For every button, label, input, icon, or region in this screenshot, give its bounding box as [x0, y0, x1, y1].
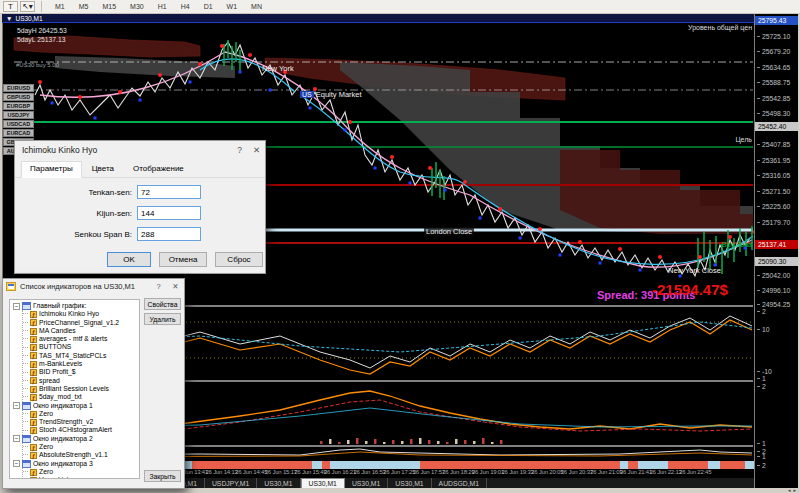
ichimoku-dialog-titlebar[interactable]: Ichimoku Kinko Hyo ? ✕: [15, 141, 265, 159]
field-input[interactable]: [137, 185, 201, 199]
dialog-tab-active[interactable]: Параметры: [21, 161, 82, 178]
tree-item[interactable]: ƒStoch 4CHistogramAlert: [23, 426, 139, 434]
dialog-tab-inactive[interactable]: Цвета: [83, 161, 123, 177]
tree-group[interactable]: −Главный график:: [13, 302, 139, 310]
dialog-tab-inactive[interactable]: Отображение: [124, 161, 193, 177]
osc2-histogram: [320, 438, 503, 444]
сброс-button[interactable]: Сброс: [215, 252, 263, 267]
properties-button[interactable]: Свойства: [144, 298, 181, 310]
tree-item-label: BID Profit_$: [39, 368, 76, 376]
symbol-button-gbpusd[interactable]: GBPUSD: [3, 93, 34, 101]
price-scale[interactable]: 25795.4325725.1025679.2025634.6525588.75…: [754, 14, 798, 488]
close-button[interactable]: Закрыть: [144, 470, 181, 482]
field-input[interactable]: [137, 206, 201, 220]
ichimoku-fields: Tenkan-sen:Kijun-sen:Senkou Span B:: [15, 185, 265, 241]
timeframe-m15[interactable]: M15: [95, 1, 123, 12]
expander-icon[interactable]: −: [13, 303, 20, 310]
indicator-icon: ƒ: [30, 361, 37, 368]
timeframe-m30[interactable]: M30: [123, 1, 151, 12]
price-tick: 25679.20: [757, 48, 790, 55]
indicator-icon: ƒ: [30, 469, 37, 476]
timeframe-h4[interactable]: H4: [174, 1, 197, 12]
field-input[interactable]: [137, 227, 201, 241]
close-icon[interactable]: ✕: [167, 282, 184, 291]
current-price-box: 25795.43: [755, 16, 798, 25]
help-icon[interactable]: ?: [231, 145, 248, 155]
expander-icon[interactable]: −: [13, 460, 20, 467]
tree-item[interactable]: ƒspread: [23, 377, 139, 385]
tree-item-label: MA Candles: [39, 327, 76, 335]
tree-item[interactable]: ƒ5day_mod_txt: [23, 393, 139, 401]
london-close-label: London Close: [424, 227, 474, 236]
chart-tab-us30-m1[interactable]: US30,M1: [345, 478, 388, 488]
timeframe-h1[interactable]: H1: [151, 1, 174, 12]
tree-item[interactable]: ƒAbsoluteStrength_v1.1: [23, 451, 139, 459]
symbol-button-usdjpy[interactable]: USDJPY: [3, 111, 34, 119]
chart-tab-us30-m1[interactable]: US30,M1: [301, 478, 345, 488]
chart-window-caption[interactable]: ▼ US30,M1: [2, 14, 754, 23]
tree-item[interactable]: ƒZero: [23, 443, 139, 451]
us-equity-session-label: US Equity Market: [300, 90, 362, 99]
symbol-button-eurusd[interactable]: EURUSD: [3, 84, 34, 92]
price-tick: 25542.85: [757, 95, 790, 102]
tree-item[interactable]: ƒBUTTONS: [23, 343, 139, 351]
timeframe-m5[interactable]: M5: [72, 1, 96, 12]
chart-symbol-title: US30,M1: [15, 15, 42, 22]
field-label: Kijun-sen:: [96, 209, 132, 218]
tree-item[interactable]: ƒm-BankLevels: [23, 360, 139, 368]
chart-tab-us30-m1[interactable]: US30,M1: [388, 478, 431, 488]
tree-item-label: TAS_MT4_StaticPCLs: [39, 352, 107, 360]
strip-segment-blue: [638, 461, 668, 469]
chart-tab-us30-m1[interactable]: US30,M1: [257, 478, 300, 488]
timeframe-m1[interactable]: M1: [48, 1, 72, 12]
expander-icon[interactable]: −: [13, 435, 20, 442]
indicators-dialog: Список индикаторов на US30,M1 ? ✕ −Главн…: [2, 278, 185, 489]
tree-item[interactable]: ƒVwap histo: [23, 476, 139, 479]
delete-button[interactable]: Удалить: [144, 313, 181, 325]
strip-segment-red: [720, 461, 745, 469]
price-tick: 25316.05: [757, 172, 790, 179]
timeframe-w1[interactable]: W1: [220, 1, 245, 12]
cursor-tool-icon[interactable]: ↖▾: [20, 1, 35, 12]
us-equity-text: Equity Market: [316, 90, 362, 99]
strip-segment-blue: [708, 461, 720, 469]
timeframe-d1[interactable]: D1: [197, 1, 220, 12]
tree-item[interactable]: ƒaverages - mtf & alerts: [23, 335, 139, 343]
tree-item[interactable]: ƒBrilliant Session Levels: [23, 385, 139, 393]
tab-scroll-right-icon[interactable]: ▸: [793, 488, 796, 493]
symbol-button-eurgbp[interactable]: EURGBP: [3, 102, 34, 110]
tree-item[interactable]: ƒZero: [23, 410, 139, 418]
indicator-icon: ƒ: [30, 344, 37, 351]
cloud-maroon-right: [560, 150, 753, 234]
field-label: Tenkan-sen:: [88, 188, 132, 197]
timeframe-mn[interactable]: MN: [244, 1, 269, 12]
chart-window-icon: [22, 435, 31, 443]
tree-children: ƒIchimoku Kinko HyoƒPriceChannel_Signal_…: [22, 310, 139, 401]
chart-tab-usdjpy-m1[interactable]: USDJPY,M1: [205, 478, 257, 488]
symbol-button-eurcad[interactable]: EURCAD: [3, 129, 34, 137]
tree-item[interactable]: ƒIchimoku Kinko Hyo: [23, 310, 139, 318]
expander-icon[interactable]: −: [13, 402, 20, 409]
tree-item[interactable]: ƒBID Profit_$: [23, 368, 139, 376]
indicator-icon: ƒ: [30, 319, 37, 326]
tree-item[interactable]: ƒMA Candles: [23, 327, 139, 335]
tab-scroll-left-icon[interactable]: ◂: [788, 488, 791, 493]
price-tick: 25634.65: [757, 64, 790, 71]
tree-item[interactable]: ƒTrendStrength_v2: [23, 418, 139, 426]
tree-item[interactable]: ƒZero: [23, 468, 139, 476]
help-icon[interactable]: ?: [150, 282, 167, 291]
отмена-button[interactable]: Отмена: [159, 252, 207, 267]
tree-item[interactable]: ƒTAS_MT4_StaticPCLs: [23, 352, 139, 360]
tree-item[interactable]: ƒPriceChannel_Signal_v1.2: [23, 319, 139, 327]
tree-item-label: m-BankLevels: [39, 360, 82, 368]
text-tool-icon[interactable]: T: [3, 1, 18, 12]
tree-group[interactable]: −Окно индикатора 1: [13, 402, 139, 410]
symbol-button-usdcad[interactable]: USDCAD: [3, 120, 34, 128]
chart-tab-audsgd-m1[interactable]: AUDSGD,M1: [432, 478, 487, 488]
indicators-dialog-titlebar[interactable]: Список индикаторов на US30,M1 ? ✕: [3, 279, 184, 294]
ok-button[interactable]: OK: [107, 252, 151, 267]
tree-group[interactable]: −Окно индикатора 3: [13, 460, 139, 468]
tree-group[interactable]: −Окно индикатора 2: [13, 435, 139, 443]
close-icon[interactable]: ✕: [248, 145, 265, 155]
tree-item-label: Zero: [39, 443, 53, 451]
